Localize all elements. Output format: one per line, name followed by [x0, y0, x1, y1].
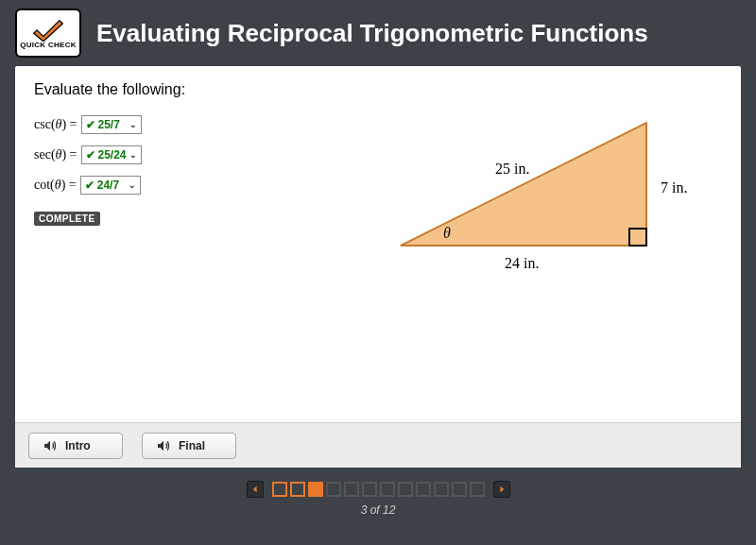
page-title: Evaluating Reciprocal Trigonometric Func… [96, 19, 648, 48]
arrow-right-icon [498, 485, 506, 493]
answer-label: csc(θ) = [34, 117, 77, 132]
header: QUICK CHECK Evaluating Reciprocal Trigon… [0, 0, 756, 66]
pager-box-1[interactable] [272, 482, 287, 497]
prev-page-button[interactable] [247, 481, 264, 498]
answer-dropdown-cot[interactable]: ✔ 24/7 ⌄ [80, 176, 141, 195]
footer: 3 of 12 [0, 468, 756, 530]
pager-box-11[interactable] [452, 482, 467, 497]
quick-check-logo: QUICK CHECK [15, 9, 81, 58]
answer-label: cot(θ) = [34, 178, 77, 193]
answer-label: sec(θ) = [34, 147, 77, 162]
audio-bar: Intro Final [15, 422, 741, 468]
hypotenuse-label: 25 in. [495, 161, 529, 178]
pager-box-4[interactable] [326, 482, 341, 497]
opposite-label: 7 in. [661, 179, 687, 196]
logo-text: QUICK CHECK [20, 41, 77, 49]
pager-box-2[interactable] [290, 482, 305, 497]
pager-box-5[interactable] [344, 482, 359, 497]
intro-audio-button[interactable]: Intro [28, 433, 123, 459]
pager-box-6[interactable] [362, 482, 377, 497]
arrow-left-icon [251, 485, 259, 493]
page-counter: 3 of 12 [361, 503, 396, 517]
speaker-icon [43, 438, 58, 453]
final-audio-button[interactable]: Final [142, 433, 236, 459]
complete-badge: COMPLETE [34, 212, 100, 226]
svg-marker-2 [252, 486, 256, 492]
pager-box-12[interactable] [470, 482, 485, 497]
pager-box-7[interactable] [380, 482, 395, 497]
check-icon: ✔ [86, 148, 95, 162]
checkmark-icon [32, 17, 64, 42]
answer-dropdown-sec[interactable]: ✔ 25/24 ⌄ [81, 145, 142, 164]
check-icon: ✔ [86, 118, 95, 131]
chevron-down-icon: ⌄ [129, 150, 137, 160]
chevron-down-icon: ⌄ [129, 120, 137, 129]
adjacent-label: 24 in. [505, 255, 539, 272]
answer-dropdown-csc[interactable]: ✔ 25/7 ⌄ [81, 115, 142, 134]
angle-label: θ [443, 225, 451, 242]
check-icon: ✔ [85, 179, 94, 192]
next-page-button[interactable] [493, 481, 510, 498]
svg-marker-3 [500, 486, 504, 492]
pager-box-9[interactable] [416, 482, 431, 497]
triangle-figure: 25 in. 7 in. 24 in. θ [382, 94, 694, 283]
speaker-icon [156, 438, 171, 453]
pager-box-10[interactable] [434, 482, 449, 497]
pager [241, 481, 516, 498]
chevron-down-icon: ⌄ [129, 180, 136, 190]
svg-marker-0 [401, 123, 646, 246]
pager-box-3[interactable] [308, 482, 323, 497]
content-area: Evaluate the following: csc(θ) = ✔ 25/7 … [15, 66, 741, 468]
pager-box-8[interactable] [398, 482, 413, 497]
